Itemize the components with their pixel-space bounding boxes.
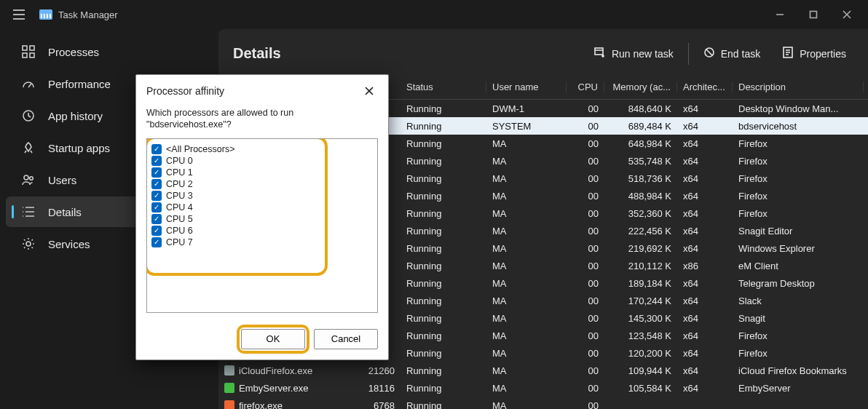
cpu-checkbox-row[interactable]: ✓CPU 2 bbox=[150, 178, 374, 190]
divider bbox=[688, 43, 689, 65]
cell-mem: 170,244 K bbox=[604, 295, 677, 306]
cancel-button[interactable]: Cancel bbox=[314, 329, 378, 349]
cell-desc: Firefox bbox=[733, 191, 864, 202]
cell-mem: 535,748 K bbox=[604, 156, 677, 167]
hamburger-menu-button[interactable] bbox=[4, 0, 33, 29]
cpu-label: CPU 4 bbox=[166, 202, 193, 213]
cell-user: MA bbox=[486, 400, 567, 410]
cell-user: MA bbox=[486, 330, 567, 341]
cell-user: MA bbox=[486, 295, 567, 306]
checkbox-checked-icon[interactable]: ✓ bbox=[151, 226, 162, 236]
checkbox-checked-icon[interactable]: ✓ bbox=[151, 179, 162, 189]
cpu-checkbox-row[interactable]: ✓<All Processors> bbox=[150, 143, 374, 155]
svg-point-6 bbox=[24, 175, 28, 180]
sidebar-item-processes[interactable]: Processes bbox=[6, 36, 213, 67]
history-icon bbox=[20, 109, 36, 122]
cell-mem: 352,360 K bbox=[604, 208, 677, 219]
cell-arch: x86 bbox=[677, 261, 733, 271]
cell-user: MA bbox=[486, 348, 567, 359]
cell-desc: Snagit bbox=[733, 313, 864, 324]
cpu-checkbox-row[interactable]: ✓CPU 4 bbox=[150, 202, 374, 213]
cell-status: Running bbox=[401, 261, 486, 271]
cell-desc: Desktop Window Man... bbox=[733, 103, 864, 114]
close-button[interactable] bbox=[830, 0, 864, 29]
checkbox-checked-icon[interactable]: ✓ bbox=[151, 167, 162, 178]
cell-mem: 123,548 K bbox=[604, 330, 677, 341]
cell-mem: 145,300 K bbox=[604, 313, 677, 324]
checkbox-checked-icon[interactable]: ✓ bbox=[151, 237, 162, 247]
process-pid: 18116 bbox=[368, 383, 395, 394]
cell-arch: x64 bbox=[677, 226, 733, 237]
cell-mem: 189,184 K bbox=[604, 278, 677, 289]
cell-user: MA bbox=[486, 313, 567, 324]
checkbox-checked-icon[interactable]: ✓ bbox=[151, 144, 162, 154]
dialog-close-button[interactable] bbox=[360, 82, 378, 100]
properties-icon bbox=[782, 47, 794, 60]
cpu-checkbox-row[interactable]: ✓CPU 6 bbox=[150, 225, 374, 237]
cpu-checkbox-row[interactable]: ✓CPU 1 bbox=[150, 167, 374, 178]
cell-user: MA bbox=[486, 278, 567, 289]
cell-mem: 689,484 K bbox=[604, 121, 677, 132]
checkbox-checked-icon[interactable]: ✓ bbox=[151, 191, 162, 201]
sidebar-item-label: Processes bbox=[48, 46, 99, 58]
checkbox-checked-icon[interactable]: ✓ bbox=[151, 156, 162, 166]
cell-arch: x64 bbox=[677, 243, 733, 254]
cell-cpu: 00 bbox=[567, 226, 604, 237]
cell-arch: x64 bbox=[677, 365, 733, 376]
properties-button[interactable]: Properties bbox=[775, 42, 853, 65]
cpu-list[interactable]: ✓<All Processors>✓CPU 0✓CPU 1✓CPU 2✓CPU … bbox=[146, 138, 378, 313]
cpu-checkbox-row[interactable]: ✓CPU 3 bbox=[150, 190, 374, 202]
grid-icon bbox=[20, 45, 36, 58]
table-row[interactable]: EmbyServer.exe18116RunningMA00105,584 Kx… bbox=[218, 379, 868, 397]
cell-cpu: 00 bbox=[567, 103, 604, 114]
sidebar-item-label: Details bbox=[48, 206, 82, 218]
minimize-button[interactable] bbox=[763, 0, 797, 29]
cell-status: Running bbox=[401, 138, 486, 149]
table-row[interactable]: firefox.exe6768RunningMA00 bbox=[218, 397, 868, 409]
cell-desc: Firefox bbox=[733, 330, 864, 341]
cell-status: Running bbox=[401, 295, 486, 306]
col-memory[interactable]: Memory (ac... bbox=[604, 82, 677, 92]
cell-arch: x64 bbox=[677, 138, 733, 149]
cell-desc: iCloud Firefox Bookmarks bbox=[733, 365, 864, 376]
svg-point-8 bbox=[26, 242, 31, 246]
cell-desc: Firefox bbox=[733, 138, 864, 149]
cpu-checkbox-row[interactable]: ✓CPU 5 bbox=[150, 213, 374, 225]
cell-user: MA bbox=[486, 365, 567, 376]
cell-status: Running bbox=[401, 208, 486, 219]
cpu-checkbox-row[interactable]: ✓CPU 0 bbox=[150, 155, 374, 167]
cell-cpu: 00 bbox=[567, 243, 604, 254]
col-cpu[interactable]: CPU bbox=[567, 82, 604, 92]
cpu-label: <All Processors> bbox=[166, 144, 234, 154]
cell-status: Running bbox=[401, 173, 486, 184]
cell-cpu: 00 bbox=[567, 313, 604, 324]
maximize-button[interactable] bbox=[797, 0, 830, 29]
col-user[interactable]: User name bbox=[486, 82, 567, 92]
cell-user: MA bbox=[486, 208, 567, 219]
cpu-label: CPU 2 bbox=[166, 179, 193, 189]
col-desc[interactable]: Description bbox=[733, 82, 864, 92]
cell-mem: 109,944 K bbox=[604, 365, 677, 376]
col-status[interactable]: Status bbox=[401, 82, 486, 92]
run-new-task-button[interactable]: Run new task bbox=[587, 42, 681, 65]
gear-icon bbox=[20, 237, 36, 250]
process-name: EmbyServer.exe bbox=[239, 383, 308, 394]
cell-arch: x64 bbox=[677, 191, 733, 202]
cell-user: MA bbox=[486, 156, 567, 167]
ok-button[interactable]: OK bbox=[241, 329, 305, 349]
cell-user: MA bbox=[486, 173, 567, 184]
checkbox-checked-icon[interactable]: ✓ bbox=[151, 202, 162, 213]
cell-cpu: 00 bbox=[567, 348, 604, 359]
cell-user: MA bbox=[486, 226, 567, 237]
cell-mem: 222,456 K bbox=[604, 226, 677, 237]
action-label: Run new task bbox=[612, 48, 674, 60]
table-row[interactable]: iCloudFirefox.exe21260RunningMA00109,944… bbox=[218, 362, 868, 379]
cpu-checkbox-row[interactable]: ✓CPU 7 bbox=[150, 237, 374, 248]
col-arch[interactable]: Architec... bbox=[677, 82, 733, 92]
processor-affinity-dialog: Processor affinity Which processors are … bbox=[135, 74, 389, 360]
checkbox-checked-icon[interactable]: ✓ bbox=[151, 214, 162, 224]
svg-rect-1 bbox=[23, 46, 27, 50]
process-name: iCloudFirefox.exe bbox=[239, 365, 312, 376]
end-task-button[interactable]: End task bbox=[696, 42, 768, 65]
cell-status: Running bbox=[401, 383, 486, 394]
